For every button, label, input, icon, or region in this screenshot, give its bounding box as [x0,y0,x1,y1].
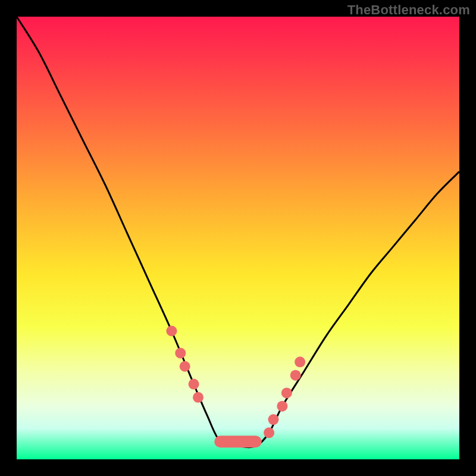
marker-dot [268,414,279,425]
marker-dot [189,379,199,390]
marker-dot [180,361,190,372]
marker-dot [264,427,274,438]
bottleneck-curve [17,17,459,447]
curve-layer [17,17,459,447]
marker-dot [281,387,292,398]
marker-dot [166,325,177,336]
marker-dot [290,370,301,381]
chart-plot-area [17,17,459,459]
chart-svg [17,17,459,459]
marker-dot [193,392,203,403]
marker-pill [214,436,262,447]
marker-layer [166,325,305,447]
watermark-text: TheBottleneck.com [347,2,470,18]
chart-frame: TheBottleneck.com [0,0,476,476]
marker-dot [175,347,186,358]
marker-dot [295,356,305,367]
marker-dot [277,401,287,412]
